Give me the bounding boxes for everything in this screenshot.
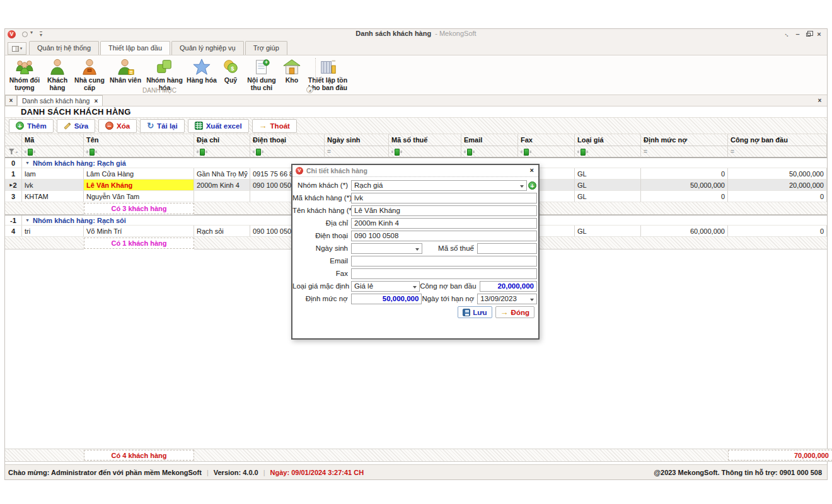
header-dinh-muc-no[interactable]: Định mức nợ (641, 134, 728, 146)
dinh-muc-no-input[interactable]: 50,000,000 (351, 294, 422, 304)
restore-button[interactable] (803, 29, 814, 39)
export-excel-button[interactable]: Xuất excel (188, 119, 249, 133)
document-tab-close-icon[interactable]: × (94, 98, 98, 105)
field-label: Email (292, 257, 351, 265)
ribbon-menu-button[interactable]: ▾ (8, 42, 26, 55)
close-button-label: Đóng (511, 309, 529, 316)
tab-tro-giup[interactable]: Trợ giúp (245, 41, 287, 55)
field-label: Fax (292, 270, 351, 277)
ribbon-item-kho[interactable]: Kho (281, 57, 303, 84)
header-email[interactable]: Email (461, 134, 518, 146)
grid-header-row: Mã Tên Địa chỉ Điện thoại Ngày sinh Mã s… (5, 134, 827, 146)
window-titlebar: V ▾ ▾ Danh sách khách hàng - MekongSoft … (5, 29, 827, 40)
supplier-icon (80, 57, 99, 76)
tab-quan-tri-he-thong[interactable]: Quản trị hệ thống (29, 41, 99, 55)
ribbon-item-label: Quỹ (224, 77, 237, 84)
text-filter-icon (197, 149, 207, 155)
ma-khach-hang-input[interactable]: lvk (351, 193, 537, 203)
email-input[interactable] (351, 256, 537, 266)
edit-button[interactable]: Sửa (57, 119, 95, 133)
cell-ten: Nguyễn Văn Tam (84, 191, 194, 202)
filter-dash-icon: - (16, 148, 18, 155)
ma-so-thue-input[interactable] (477, 243, 537, 254)
filter-dia-chi[interactable] (194, 146, 250, 158)
cong-no-ban-dau-input[interactable]: 20,000,000 (480, 281, 537, 292)
header-ma[interactable]: Mã (22, 134, 84, 146)
header-loai-gia[interactable]: Loại giá (575, 134, 641, 146)
action-toolbar: + Thêm Sửa − Xóa ↻ Tải lại Xuất excel → (5, 117, 827, 134)
filter-fax[interactable] (518, 146, 575, 158)
panel-close-button[interactable]: × (814, 96, 826, 106)
ribbon-item-nhan-vien[interactable]: Nhân viên (107, 57, 144, 84)
cell-dia-chi: 2000m Kinh 4 (194, 180, 250, 191)
delete-button[interactable]: − Xóa (98, 119, 137, 133)
product-star-icon (192, 57, 211, 76)
reload-button[interactable]: ↻ Tải lại (140, 119, 185, 133)
header-ten[interactable]: Tên (84, 134, 194, 146)
header-ngay-sinh[interactable]: Ngày sinh (325, 134, 389, 146)
combo-value: Giá lẻ (354, 282, 373, 290)
document-tab[interactable]: Danh sách khách hàng × (17, 95, 103, 106)
header-cong-no[interactable]: Công nợ ban đầu (728, 134, 827, 146)
dialog-close-button-bottom[interactable]: → Đóng (495, 306, 534, 318)
filter-ma-so-thue[interactable] (389, 146, 461, 158)
cell-cong-no: 0 (728, 191, 827, 202)
dia-chi-input[interactable]: 2000m Kinh 4 (351, 218, 537, 229)
dien-thoai-input[interactable]: 090 100 0508 (351, 231, 537, 241)
fax-input[interactable] (351, 268, 537, 279)
filter-ngay-sinh[interactable]: = (325, 146, 389, 158)
svg-text:$: $ (231, 66, 234, 72)
collapse-triangle-icon[interactable]: ▼ (25, 218, 30, 222)
fullscreen-button[interactable]: ↔ (782, 29, 792, 39)
filter-loai-gia[interactable] (575, 146, 641, 158)
add-group-icon[interactable]: + (528, 181, 536, 190)
header-fax[interactable]: Fax (518, 134, 575, 146)
minimize-button[interactable]: – (792, 29, 803, 39)
dialog-title: Chi tiết khách hàng (306, 167, 367, 175)
customer-icon (48, 57, 67, 76)
header-dia-chi[interactable]: Địa chỉ (194, 134, 250, 146)
filter-ten[interactable] (84, 146, 194, 158)
ribbon-item-hang-hoa[interactable]: Hàng hóa (185, 57, 218, 84)
ribbon-collapse-icon[interactable]: ◢ (306, 86, 313, 93)
ngay-toi-han-combo[interactable]: 13/09/2023 (477, 294, 537, 304)
cell-ten-highlighted: Lê Văn Kháng (84, 180, 194, 191)
dialog-close-button[interactable]: × (530, 166, 534, 174)
ribbon-item-quy[interactable]: $ Quỹ (219, 57, 242, 84)
field-label: Ngày sinh (292, 244, 351, 252)
chevron-down-icon: ▾ (20, 46, 23, 51)
loai-gia-combo[interactable]: Giá lẻ (351, 281, 420, 292)
tab-thiet-lap-ban-dau[interactable]: Thiết lập ban đầu (100, 41, 170, 55)
field-label: Điện thoại (292, 232, 351, 239)
collapse-triangle-icon[interactable]: ▼ (25, 161, 30, 165)
ribbon-item-label: Kho (286, 77, 298, 84)
row-number: 3 (5, 191, 22, 202)
filter-dien-thoai[interactable] (250, 146, 325, 158)
save-button-label: Lưu (473, 309, 487, 316)
save-button[interactable]: Lưu (458, 306, 492, 318)
ten-khach-hang-input[interactable]: Lê Văn Kháng (351, 205, 537, 216)
tab-quan-ly-nghiep-vu[interactable]: Quản lý nghiệp vụ (171, 41, 244, 55)
header-dien-thoai[interactable]: Điện thoại (250, 134, 325, 146)
filter-email[interactable] (461, 146, 518, 158)
group-label: Nhóm khách hàng: Rạch sỏi (33, 217, 126, 224)
exit-button[interactable]: → Thoát (252, 119, 297, 133)
close-button[interactable]: × (814, 29, 824, 39)
customer-detail-dialog: V Chi tiết khách hàng × Nhóm khách (*) R… (291, 164, 540, 340)
dialog-titlebar[interactable]: V Chi tiết khách hàng × (292, 165, 538, 177)
filter-cong-no[interactable]: = (728, 146, 827, 158)
text-filter-icon (86, 149, 97, 155)
header-ma-so-thue[interactable]: Mã số thuế (389, 134, 461, 146)
filter-indicator[interactable]: - (5, 146, 22, 158)
nhom-khach-combo[interactable]: Rạch giá (351, 180, 527, 191)
tabstrip-close-button[interactable]: × (5, 95, 17, 106)
filter-ma[interactable] (22, 146, 84, 158)
add-button[interactable]: + Thêm (9, 119, 54, 133)
desktop: V ▾ ▾ Danh sách khách hàng - MekongSoft … (0, 0, 832, 504)
ngay-sinh-combo[interactable] (351, 243, 422, 254)
document-tabstrip: × Danh sách khách hàng × × (5, 95, 827, 106)
filter-dinh-muc-no[interactable]: = (641, 146, 728, 158)
header-rownum (5, 134, 22, 146)
cell-dinh-muc-no: 0 (641, 168, 728, 180)
text-filter-icon (464, 149, 475, 155)
